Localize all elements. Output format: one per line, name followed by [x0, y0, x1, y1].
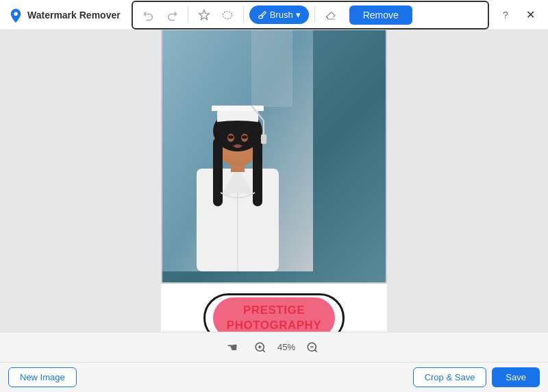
watermark-line1: PRESTIGE: [227, 303, 321, 318]
svg-rect-11: [253, 138, 262, 206]
brush-label: Brush: [270, 10, 293, 20]
watermark-area: PRESTIGE PHOTOGRAPHY: [161, 284, 387, 332]
footer-left: New Image: [8, 367, 413, 387]
graduation-photo-svg: [162, 30, 313, 271]
remove-button[interactable]: Remove: [349, 5, 412, 25]
watermark-ellipse: PRESTIGE PHOTOGRAPHY: [213, 297, 335, 332]
hand-tool-icon: ☚: [227, 340, 238, 355]
window-controls: ? ✕: [496, 5, 540, 25]
zoom-out-icon: [306, 341, 319, 354]
help-button[interactable]: ?: [496, 5, 515, 25]
brush-button[interactable]: Brush ▾: [249, 5, 309, 24]
svg-point-2: [223, 11, 232, 19]
title-bar: Watermark Remover: [0, 0, 548, 30]
zoom-in-button[interactable]: [251, 339, 269, 356]
svg-point-14: [228, 135, 234, 138]
svg-point-0: [14, 12, 18, 16]
canvas-area: PRESTIGE PHOTOGRAPHY: [0, 30, 548, 332]
footer-right: Crop & Save Save: [413, 367, 540, 387]
zoom-toolbar: ☚ 45%: [0, 332, 548, 362]
undo-button[interactable]: [138, 5, 159, 25]
lasso-button[interactable]: [217, 5, 238, 25]
watermark-text: PRESTIGE PHOTOGRAPHY: [213, 297, 335, 332]
separator-1: [188, 7, 188, 23]
zoom-level-display: 45%: [277, 342, 295, 352]
brush-icon: [258, 10, 267, 20]
photo-frame: [161, 30, 387, 284]
separator-2: [243, 7, 244, 23]
toolbar-container: Brush ▾ Remove: [132, 1, 489, 29]
redo-button[interactable]: [162, 5, 182, 25]
watermark-line2: PHOTOGRAPHY: [227, 318, 321, 332]
separator-3: [314, 7, 315, 23]
svg-rect-10: [213, 138, 223, 206]
svg-rect-4: [251, 30, 292, 107]
eraser-button[interactable]: [321, 5, 341, 25]
new-image-button[interactable]: New Image: [8, 367, 77, 387]
svg-point-16: [234, 144, 241, 147]
svg-rect-20: [261, 134, 266, 144]
footer-bar: New Image Crop & Save Save: [0, 362, 548, 392]
save-button[interactable]: Save: [492, 367, 540, 387]
close-button[interactable]: ✕: [521, 5, 540, 25]
app-title: Watermark Remover: [27, 10, 121, 21]
brush-dropdown-icon: ▾: [296, 10, 301, 20]
svg-line-27: [315, 350, 317, 352]
crop-save-button[interactable]: Crop & Save: [413, 367, 487, 387]
zoom-in-icon: [254, 341, 266, 354]
svg-point-15: [242, 135, 247, 138]
photo-container: PRESTIGE PHOTOGRAPHY: [161, 30, 387, 332]
star-select-button[interactable]: [194, 5, 214, 25]
zoom-out-button[interactable]: [303, 339, 321, 356]
svg-line-23: [262, 350, 264, 352]
app-logo-icon: [8, 8, 23, 23]
svg-marker-1: [199, 10, 209, 19]
